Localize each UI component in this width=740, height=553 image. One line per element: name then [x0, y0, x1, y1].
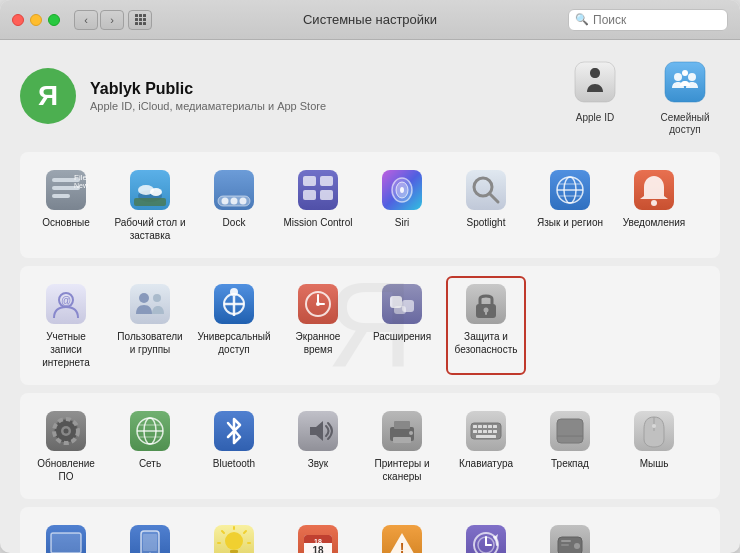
- family-label: Семейныйдоступ: [660, 112, 709, 136]
- pref-general[interactable]: File New Основные: [26, 162, 106, 248]
- desktop-label: Рабочий стол и заставка: [114, 216, 186, 242]
- trackpad-icon: [548, 409, 592, 453]
- svg-point-29: [400, 187, 404, 193]
- pref-sound[interactable]: Звук: [278, 403, 358, 489]
- titlebar: ‹ › Системные настройки 🔍: [0, 0, 740, 40]
- svg-text:@: @: [61, 295, 71, 306]
- mission-label: Mission Control: [284, 216, 353, 229]
- security-label: Защита и безопасность: [450, 330, 522, 356]
- section-3-grid: Обновление ПО: [26, 403, 714, 489]
- pref-energy[interactable]: Экономия энергии: [194, 517, 274, 553]
- search-input[interactable]: [593, 13, 713, 27]
- pref-keyboard[interactable]: Клавиатура: [446, 403, 526, 489]
- pref-security[interactable]: Защита и безопасность: [446, 276, 526, 375]
- general-label: Основные: [42, 216, 89, 229]
- back-button[interactable]: ‹: [74, 10, 98, 30]
- keyboard-label: Клавиатура: [459, 457, 513, 470]
- traffic-lights: [12, 14, 60, 26]
- mouse-label: Мышь: [640, 457, 669, 470]
- pref-network[interactable]: Сеть: [110, 403, 190, 489]
- language-label: Язык и регион: [537, 216, 603, 229]
- svg-point-3: [688, 73, 696, 81]
- pref-startup[interactable]: Загрузочный диск: [530, 517, 610, 553]
- svg-rect-87: [478, 425, 482, 428]
- pref-monitors[interactable]: Мониторы: [26, 517, 106, 553]
- svg-point-112: [225, 532, 243, 550]
- pref-accessibility[interactable]: Универсальный доступ: [194, 276, 274, 375]
- family-item[interactable]: Семейныйдоступ: [650, 56, 720, 136]
- svg-rect-8: [52, 194, 70, 198]
- energy-icon: [212, 523, 256, 553]
- pref-timemachine[interactable]: Time Machine: [446, 517, 526, 553]
- notifications-icon: [632, 168, 676, 212]
- svg-point-69: [64, 429, 69, 434]
- grid-view-button[interactable]: [128, 10, 152, 30]
- pref-bluetooth[interactable]: Bluetooth: [194, 403, 274, 489]
- pref-accounts[interactable]: @ Учетные записи интернета: [26, 276, 106, 375]
- section-1: File New Основные: [20, 152, 720, 258]
- pref-siri[interactable]: Siri: [362, 162, 442, 248]
- datetime-icon: 18 18: [296, 523, 340, 553]
- svg-rect-64: [485, 311, 487, 315]
- users-label: Пользователи и группы: [114, 330, 186, 356]
- close-button[interactable]: [12, 14, 24, 26]
- svg-rect-60: [394, 306, 406, 314]
- svg-rect-86: [473, 425, 477, 428]
- pref-notifications[interactable]: Уведомления: [614, 162, 694, 248]
- svg-rect-81: [394, 421, 410, 429]
- family-icon-box: [659, 56, 711, 108]
- pref-dock[interactable]: Dock: [194, 162, 274, 248]
- siri-icon: [380, 168, 424, 212]
- avatar[interactable]: Я: [20, 68, 76, 124]
- svg-rect-82: [393, 437, 411, 443]
- pref-extensions[interactable]: Расширения: [362, 276, 442, 375]
- svg-rect-15: [134, 198, 166, 206]
- svg-rect-44: [130, 284, 170, 324]
- minimize-button[interactable]: [30, 14, 42, 26]
- pref-sharing[interactable]: ! Общий доступ: [362, 517, 442, 553]
- forward-button[interactable]: ›: [100, 10, 124, 30]
- pref-desktop[interactable]: Рабочий стол и заставка: [110, 162, 190, 248]
- softupdate-icon: [44, 409, 88, 453]
- network-icon: [128, 409, 172, 453]
- mouse-icon: [632, 409, 676, 453]
- users-icon: [128, 282, 172, 326]
- svg-rect-22: [303, 176, 316, 186]
- svg-text:18: 18: [314, 538, 322, 545]
- section-2: @ Учетные записи интернета: [20, 266, 720, 385]
- svg-point-46: [153, 294, 161, 302]
- pref-mouse[interactable]: Мышь: [614, 403, 694, 489]
- monitors-icon: [44, 523, 88, 553]
- pref-datetime[interactable]: 18 18 Дата и время: [278, 517, 358, 553]
- language-icon: [548, 168, 592, 212]
- pref-users[interactable]: Пользователи и группы: [110, 276, 190, 375]
- pref-printers[interactable]: Принтеры и сканеры: [362, 403, 442, 489]
- svg-rect-24: [303, 190, 316, 200]
- pref-mission[interactable]: Mission Control: [278, 162, 358, 248]
- pref-language[interactable]: Язык и регион: [530, 162, 610, 248]
- pref-screentime[interactable]: Экранное время: [278, 276, 358, 375]
- svg-rect-90: [493, 425, 497, 428]
- search-box[interactable]: 🔍: [568, 9, 728, 31]
- pref-softupdate[interactable]: Обновление ПО: [26, 403, 106, 489]
- accounts-label: Учетные записи интернета: [30, 330, 102, 369]
- pref-sidecar[interactable]: Sidecar: [110, 517, 190, 553]
- svg-rect-98: [557, 419, 583, 443]
- svg-text:New: New: [74, 182, 88, 189]
- svg-point-19: [231, 198, 238, 205]
- svg-point-18: [222, 198, 229, 205]
- apple-id-label: Apple ID: [576, 112, 614, 124]
- svg-point-56: [316, 302, 320, 306]
- startup-icon: [548, 523, 592, 553]
- maximize-button[interactable]: [48, 14, 60, 26]
- trackpad-label: Трекпад: [551, 457, 589, 470]
- pref-trackpad[interactable]: Трекпад: [530, 403, 610, 489]
- svg-text:!: !: [400, 540, 405, 553]
- svg-rect-91: [473, 430, 477, 433]
- svg-rect-88: [483, 425, 487, 428]
- pref-spotlight[interactable]: Spotlight: [446, 162, 526, 248]
- general-icon: File New: [44, 168, 88, 212]
- dock-label: Dock: [223, 216, 246, 229]
- apple-id-item[interactable]: Apple ID: [560, 56, 630, 124]
- svg-point-138: [574, 543, 580, 549]
